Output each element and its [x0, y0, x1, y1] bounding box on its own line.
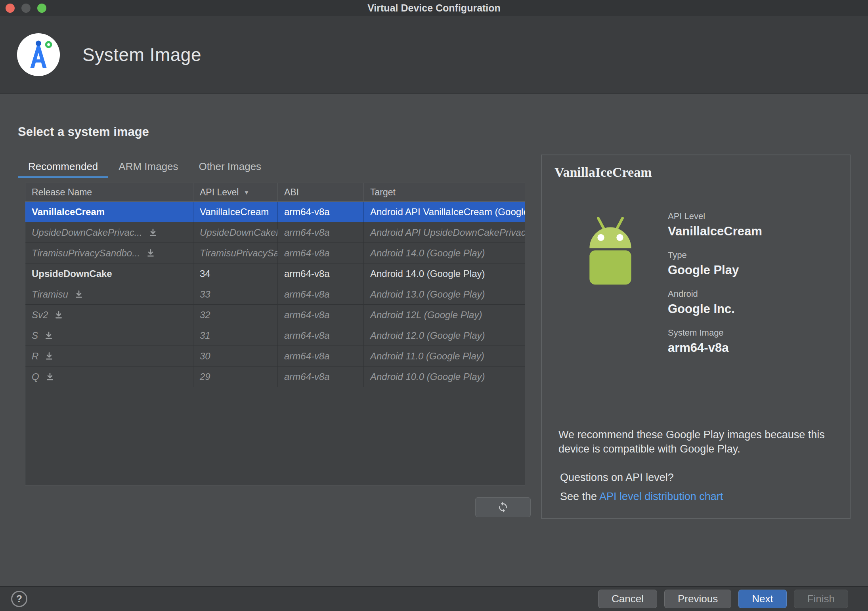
- system-image-value: arm64-v8a: [668, 341, 762, 355]
- api-level-cell: VanillaIceCream: [193, 202, 278, 222]
- api-distribution-chart-link[interactable]: API level distribution chart: [599, 491, 723, 502]
- column-header-target[interactable]: Target: [364, 183, 525, 201]
- virtual-device-configuration-window: Virtual Device Configuration System Imag…: [0, 0, 868, 611]
- table-row-q[interactable]: Q 29 arm64-v8a Android 10.0 (Google Play…: [25, 367, 525, 387]
- release-name: UpsideDownCake: [32, 268, 112, 279]
- target-cell: Android API UpsideDownCakePrivacySandbox: [364, 222, 525, 242]
- table-header-row: Release Name API Level ▼ ABI Target: [25, 183, 525, 202]
- abi-cell: arm64-v8a: [278, 346, 364, 366]
- table-body: VanillaIceCream VanillaIceCream arm64-v8…: [25, 202, 525, 485]
- panel-divider: [542, 188, 850, 188]
- target-cell: Android 14.0 (Google Play): [364, 263, 525, 284]
- column-header-api-level[interactable]: API Level ▼: [193, 183, 278, 201]
- target-cell: Android 14.0 (Google Play): [364, 243, 525, 263]
- previous-button[interactable]: Previous: [664, 590, 731, 608]
- tab-other-images[interactable]: Other Images: [189, 157, 272, 178]
- selected-image-title: VanillaIceCream: [554, 165, 837, 180]
- tab-recommended[interactable]: Recommended: [18, 157, 108, 178]
- api-level-cell: UpsideDownCakePrivacySandbox: [193, 222, 278, 242]
- abi-cell: arm64-v8a: [278, 243, 364, 263]
- abi-cell: arm64-v8a: [278, 367, 364, 387]
- abi-cell: arm64-v8a: [278, 202, 364, 222]
- image-tabs: Recommended ARM Images Other Images: [18, 157, 526, 178]
- type-label: Type: [668, 250, 762, 260]
- abi-cell: arm64-v8a: [278, 325, 364, 346]
- table-row-upsidedowncakeprivacysandbox[interactable]: UpsideDownCakePrivac... UpsideDownCakePr…: [25, 222, 525, 243]
- window-title: Virtual Device Configuration: [0, 2, 868, 14]
- target-cell: Android 12L (Google Play): [364, 305, 525, 325]
- release-name: VanillaIceCream: [32, 206, 105, 218]
- release-name: S: [32, 330, 38, 341]
- download-icon[interactable]: [146, 249, 155, 258]
- refresh-button[interactable]: [475, 497, 531, 517]
- release-name: TiramisuPrivacySandbo...: [32, 248, 140, 259]
- download-icon[interactable]: [46, 372, 54, 381]
- target-cell: Android 13.0 (Google Play): [364, 284, 525, 304]
- table-row-r[interactable]: R 30 arm64-v8a Android 11.0 (Google Play…: [25, 346, 525, 367]
- download-icon[interactable]: [45, 352, 54, 361]
- api-level-cell: 30: [193, 346, 278, 366]
- api-level-question: Questions on API level?: [560, 472, 674, 484]
- api-level-cell: 33: [193, 284, 278, 304]
- target-cell: Android 11.0 (Google Play): [364, 346, 525, 366]
- window-controls: [6, 4, 46, 13]
- release-name: Sv2: [32, 309, 48, 321]
- table-row-s[interactable]: S 31 arm64-v8a Android 12.0 (Google Play…: [25, 325, 525, 346]
- abi-cell: arm64-v8a: [278, 305, 364, 325]
- table-row-sv2[interactable]: Sv2 32 arm64-v8a Android 12L (Google Pla…: [25, 305, 525, 325]
- release-name: Q: [32, 371, 39, 382]
- vendor-label: Android: [668, 289, 762, 299]
- api-level-cell: 29: [193, 367, 278, 387]
- details-panel: VanillaIceCream: [541, 155, 851, 519]
- android-robot-icon: [574, 211, 646, 289]
- wizard-footer: ? Cancel Previous Next Finish: [0, 586, 868, 611]
- download-icon[interactable]: [54, 311, 63, 319]
- download-icon[interactable]: [44, 331, 53, 340]
- finish-button[interactable]: Finish: [794, 590, 848, 608]
- api-level-cell: 34: [193, 263, 278, 284]
- api-level-cell: 31: [193, 325, 278, 346]
- minimize-window-button[interactable]: [21, 4, 31, 13]
- section-heading: Select a system image: [18, 125, 526, 139]
- wizard-header: System Image: [0, 16, 868, 94]
- table-row-vanillaicecream[interactable]: VanillaIceCream VanillaIceCream arm64-v8…: [25, 202, 525, 222]
- type-value: Google Play: [668, 263, 762, 277]
- system-image-table: Release Name API Level ▼ ABI Target: [25, 183, 525, 485]
- release-name: UpsideDownCakePrivac...: [32, 227, 142, 238]
- api-level-value: VanillaIceCream: [668, 224, 762, 239]
- abi-cell: arm64-v8a: [278, 284, 364, 304]
- release-name: R: [32, 351, 38, 362]
- system-image-chooser: Select a system image Recommended ARM Im…: [18, 125, 526, 517]
- api-level-label: API Level: [668, 211, 762, 221]
- zoom-window-button[interactable]: [37, 4, 46, 13]
- column-header-release-name[interactable]: Release Name: [25, 183, 193, 201]
- help-button[interactable]: ?: [11, 591, 27, 607]
- sort-descending-icon: ▼: [243, 189, 249, 196]
- table-row-upsidedowncake[interactable]: UpsideDownCake 34 arm64-v8a Android 14.0…: [25, 263, 525, 284]
- download-icon[interactable]: [149, 228, 157, 237]
- table-row-tiramisuprivacysandbox[interactable]: TiramisuPrivacySandbo... TiramisuPrivacy…: [25, 243, 525, 263]
- release-name: Tiramisu: [32, 289, 68, 300]
- download-icon[interactable]: [75, 290, 83, 299]
- target-cell: Android API VanillaIceCream (Google Play…: [364, 202, 525, 222]
- vendor-value: Google Inc.: [668, 302, 762, 316]
- close-window-button[interactable]: [6, 4, 15, 13]
- system-image-label: System Image: [668, 328, 762, 338]
- recommendation-text: We recommend these Google Play images be…: [558, 428, 833, 456]
- android-studio-logo-icon: [15, 31, 62, 78]
- refresh-icon: [497, 501, 509, 513]
- target-cell: Android 12.0 (Google Play): [364, 325, 525, 346]
- see-the-text: See the: [560, 491, 599, 502]
- abi-cell: arm64-v8a: [278, 263, 364, 284]
- api-level-cell: TiramisuPrivacySandbox: [193, 243, 278, 263]
- cancel-button[interactable]: Cancel: [598, 590, 657, 608]
- api-level-cell: 32: [193, 305, 278, 325]
- column-header-abi[interactable]: ABI: [278, 183, 364, 201]
- main-content: Select a system image Recommended ARM Im…: [0, 94, 868, 586]
- page-title: System Image: [82, 44, 201, 65]
- tab-arm-images[interactable]: ARM Images: [108, 157, 188, 178]
- abi-cell: arm64-v8a: [278, 222, 364, 242]
- table-row-tiramisu[interactable]: Tiramisu 33 arm64-v8a Android 13.0 (Goog…: [25, 284, 525, 305]
- target-cell: Android 10.0 (Google Play): [364, 367, 525, 387]
- next-button[interactable]: Next: [738, 590, 786, 608]
